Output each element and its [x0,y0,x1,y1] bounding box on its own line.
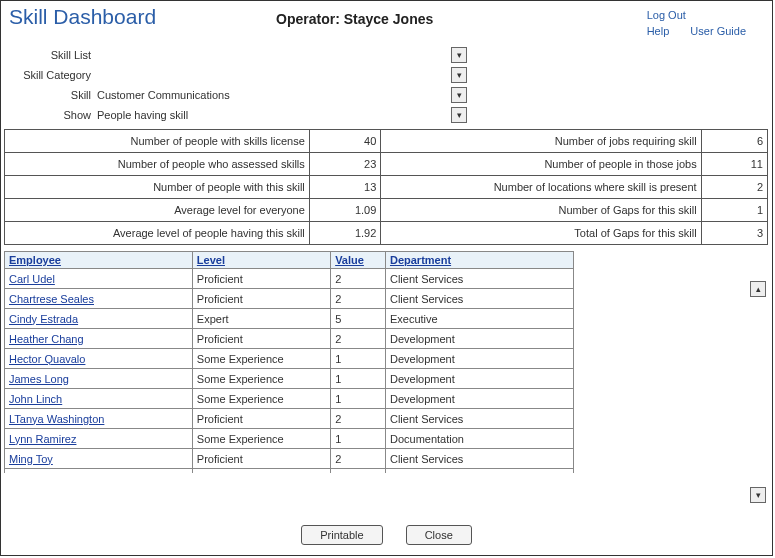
table-row: Samantha GreeneProficient2Client Service… [5,469,574,474]
stat-label: Total of Gaps for this skill [381,222,701,245]
department-cell: Client Services [385,469,573,474]
employee-grid-wrap: Employee Level Value Department Carl Ude… [4,251,769,473]
level-cell: Some Experience [192,369,330,389]
table-row: Heather ChangProficient2Development [5,329,574,349]
department-cell: Documentation [385,429,573,449]
top-links: Log Out Help User Guide [647,5,764,39]
level-cell: Some Experience [192,349,330,369]
show-dropdown[interactable]: ▾ [451,107,467,123]
employee-link[interactable]: Carl Udel [9,273,55,285]
value-cell: 2 [331,449,386,469]
stat-value: 1 [701,199,767,222]
employee-link[interactable]: Chartrese Seales [9,293,94,305]
show-label: Show [1,109,97,121]
employee-cell: John Linch [5,389,193,409]
close-button[interactable]: Close [406,525,472,545]
stat-label: Average level of people having this skil… [5,222,310,245]
help-link[interactable]: Help [647,23,670,39]
scroll-down-icon[interactable]: ▾ [750,487,766,503]
department-cell: Development [385,329,573,349]
employee-link[interactable]: Hector Quavalo [9,353,85,365]
page-title: Skill Dashboard [9,5,156,29]
employee-link[interactable]: LTanya Washington [9,413,104,425]
show-value: People having skill [97,109,188,121]
department-cell: Development [385,369,573,389]
employee-link[interactable]: Heather Chang [9,333,84,345]
employee-cell: Heather Chang [5,329,193,349]
col-level[interactable]: Level [192,252,330,269]
employee-link[interactable]: Samantha Greene [9,473,99,474]
skill-category-dropdown[interactable]: ▾ [451,67,467,83]
table-row: Carl UdelProficient2Client Services [5,269,574,289]
user-guide-link[interactable]: User Guide [690,23,746,39]
employee-cell: James Long [5,369,193,389]
department-cell: Client Services [385,269,573,289]
value-cell: 2 [331,329,386,349]
employee-cell: Ming Toy [5,449,193,469]
stat-label: Average level for everyone [5,199,310,222]
button-row: Printable Close [1,525,772,545]
col-value[interactable]: Value [331,252,386,269]
value-cell: 2 [331,469,386,474]
value-cell: 1 [331,349,386,369]
skill-category-label: Skill Category [1,69,97,81]
employee-grid: Employee Level Value Department Carl Ude… [4,251,574,473]
level-cell: Proficient [192,269,330,289]
stat-label: Number of people with this skill [5,176,310,199]
operator-prefix: Operator: [276,11,340,27]
col-department[interactable]: Department [385,252,573,269]
stat-value: 6 [701,130,767,153]
employee-link[interactable]: Lynn Ramirez [9,433,76,445]
department-cell: Client Services [385,289,573,309]
department-cell: Client Services [385,449,573,469]
employee-cell: Carl Udel [5,269,193,289]
employee-cell: Lynn Ramirez [5,429,193,449]
operator-name: Stayce Jones [344,11,434,27]
employee-link[interactable]: Cindy Estrada [9,313,78,325]
stat-label: Number of people with skills license [5,130,310,153]
skill-list-label: Skill List [1,49,97,61]
department-cell: Client Services [385,409,573,429]
table-row: Chartrese SealesProficient2Client Servic… [5,289,574,309]
table-row: Cindy EstradaExpert5Executive [5,309,574,329]
table-row: Hector QuavaloSome Experience1Developmen… [5,349,574,369]
app-window: Skill Dashboard Operator: Stayce Jones L… [0,0,773,556]
value-cell: 2 [331,269,386,289]
stat-value: 1.09 [309,199,381,222]
table-row: LTanya WashingtonProficient2Client Servi… [5,409,574,429]
level-cell: Proficient [192,289,330,309]
stat-label: Number of people in those jobs [381,153,701,176]
stat-value: 13 [309,176,381,199]
employee-cell: Samantha Greene [5,469,193,474]
stat-value: 11 [701,153,767,176]
level-cell: Proficient [192,449,330,469]
level-cell: Some Experience [192,429,330,449]
logout-link[interactable]: Log Out [647,7,686,23]
skill-dropdown[interactable]: ▾ [451,87,467,103]
employee-link[interactable]: James Long [9,373,69,385]
printable-button[interactable]: Printable [301,525,382,545]
skill-value: Customer Communications [97,89,230,101]
level-cell: Proficient [192,329,330,349]
stat-label: Number of people who assessed skills [5,153,310,176]
skill-list-dropdown[interactable]: ▾ [451,47,467,63]
stats-table: Number of people with skills license40Nu… [4,129,768,245]
table-row: Lynn RamirezSome Experience1Documentatio… [5,429,574,449]
stat-value: 40 [309,130,381,153]
header: Skill Dashboard Operator: Stayce Jones L… [1,1,772,41]
stat-label: Number of locations where skill is prese… [381,176,701,199]
value-cell: 1 [331,389,386,409]
stat-value: 3 [701,222,767,245]
level-cell: Expert [192,309,330,329]
employee-link[interactable]: Ming Toy [9,453,53,465]
employee-link[interactable]: John Linch [9,393,62,405]
employee-cell: Chartrese Seales [5,289,193,309]
department-cell: Executive [385,309,573,329]
value-cell: 2 [331,289,386,309]
table-row: Ming ToyProficient2Client Services [5,449,574,469]
stat-value: 2 [701,176,767,199]
table-row: James LongSome Experience1Development [5,369,574,389]
stat-value: 23 [309,153,381,176]
scroll-up-icon[interactable]: ▴ [750,281,766,297]
col-employee[interactable]: Employee [5,252,193,269]
